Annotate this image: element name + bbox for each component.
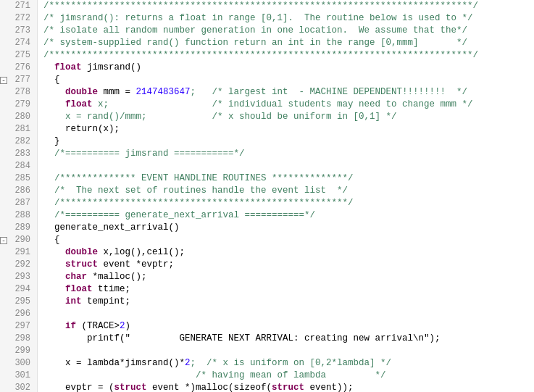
- code-line: 294 float ttime;: [0, 283, 534, 296]
- code-line: 279 float x; /* individual students may …: [0, 99, 534, 111]
- line-number-wrap: 276: [0, 62, 38, 74]
- token: /* jimsrand(): returns a float in range …: [43, 13, 473, 23]
- line-content: generate_next_arrival(): [38, 222, 534, 234]
- line-number: 296: [9, 308, 30, 320]
- token: mmm =: [98, 87, 136, 97]
- token: 2: [185, 358, 191, 368]
- line-number-wrap: 274: [0, 37, 38, 49]
- line-content: /* system-supplied rand() function retur…: [38, 37, 534, 49]
- token: printf(" GENERATE NEXT ARRIVAL: creating…: [43, 333, 441, 343]
- line-number-wrap: 282: [0, 135, 38, 148]
- code-line: 291 double x,log(),ceil();: [0, 246, 534, 259]
- token: ; /* largest int - MACHINE DEPENDENT!!!!…: [191, 87, 468, 97]
- line-content: int tempint;: [38, 296, 534, 308]
- line-content: if (TRACE>2): [38, 320, 534, 333]
- token: {: [43, 75, 60, 85]
- line-number: 298: [9, 333, 30, 345]
- token: event *)malloc(sizeof(: [147, 383, 272, 392]
- code-line: 272/* jimsrand(): returns a float in ran…: [0, 12, 534, 25]
- line-content: /***************************************…: [38, 0, 534, 12]
- token: generate_next_arrival(): [43, 222, 180, 233]
- line-content: /*========== generate_next_arrival =====…: [38, 209, 534, 222]
- code-line: 285 /************** EVENT HANDLINE ROUTI…: [0, 172, 534, 185]
- line-content: struct event *evptr;: [38, 259, 534, 271]
- line-number: 281: [9, 123, 30, 135]
- token: 2: [120, 321, 125, 331]
- code-line: 293 char *malloc();: [0, 271, 534, 283]
- code-line: 287 /***********************************…: [0, 197, 534, 209]
- line-content: {: [38, 234, 534, 246]
- line-number-wrap: 284: [0, 160, 38, 172]
- line-number-wrap: -290: [0, 234, 38, 246]
- line-number: 280: [9, 111, 30, 123]
- code-line: 271/************************************…: [0, 0, 534, 12]
- token: /*========== generate_next_arrival =====…: [43, 210, 315, 220]
- line-number-wrap: 302: [0, 382, 38, 392]
- line-number: 274: [9, 37, 30, 49]
- token: ): [125, 321, 131, 331]
- line-number: 302: [9, 382, 30, 392]
- line-number: 284: [9, 160, 30, 172]
- token: char: [65, 272, 87, 282]
- token: jimsrand(): [82, 62, 142, 72]
- line-number: 293: [9, 271, 30, 283]
- line-content: evptr = (struct event *)malloc(sizeof(st…: [38, 382, 534, 392]
- token: [43, 62, 54, 72]
- token: /***************************************…: [43, 50, 478, 60]
- line-number-wrap: 281: [0, 123, 38, 135]
- code-line: 284: [0, 160, 534, 172]
- token: return(x);: [43, 124, 120, 134]
- line-content: /* The next set of routines handle the e…: [38, 185, 534, 197]
- line-number: 278: [9, 86, 30, 99]
- code-line: 297 if (TRACE>2): [0, 320, 534, 333]
- token: double: [65, 247, 98, 257]
- token: [43, 272, 65, 282]
- token: float: [65, 284, 93, 294]
- code-line: 300 x = lambda*jimsrand()*2; /* x is uni…: [0, 357, 534, 370]
- line-content: double mmm = 2147483647; /* largest int …: [38, 86, 534, 99]
- code-line: 288 /*========== generate_next_arrival =…: [0, 209, 534, 222]
- token: /* system-supplied rand() function retur…: [43, 38, 467, 48]
- line-number: 290: [9, 234, 30, 246]
- line-number-wrap: 273: [0, 25, 38, 37]
- line-number-wrap: 271: [0, 0, 38, 12]
- code-line: 274/* system-supplied rand() function re…: [0, 37, 534, 49]
- code-line: 295 int tempint;: [0, 296, 534, 308]
- code-line: 273/* isolate all random number generati…: [0, 25, 534, 37]
- line-number: 292: [9, 259, 30, 271]
- line-number: 279: [9, 99, 30, 111]
- line-number-wrap: 296: [0, 308, 38, 320]
- code-line: 301 /* having mean of lambda */: [0, 370, 534, 382]
- fold-button[interactable]: -: [0, 77, 7, 84]
- line-number: 294: [9, 283, 30, 296]
- code-line: 278 double mmm = 2147483647; /* largest …: [0, 86, 534, 99]
- line-content: char *malloc();: [38, 271, 534, 283]
- token: /************** EVENT HANDLINE ROUTINES …: [43, 173, 354, 183]
- code-line: 296: [0, 308, 534, 320]
- code-line: 299: [0, 345, 534, 357]
- line-number-wrap: 283: [0, 148, 38, 160]
- code-line: 281 return(x);: [0, 123, 534, 135]
- line-number-wrap: 291: [0, 246, 38, 259]
- line-number-wrap: 300: [0, 357, 38, 370]
- token: /***************************************…: [43, 198, 354, 208]
- token: {: [43, 235, 60, 245]
- line-content: }: [38, 135, 534, 148]
- line-number-wrap: 292: [0, 259, 38, 271]
- line-number: 282: [9, 135, 30, 148]
- token: struct: [114, 383, 147, 392]
- line-content: float x; /* individual students may need…: [38, 99, 534, 111]
- code-line: 275/************************************…: [0, 49, 534, 62]
- fold-button[interactable]: -: [0, 237, 7, 244]
- token: [43, 87, 65, 97]
- token: x; /* individual students may need to ch…: [93, 99, 473, 109]
- line-number-wrap: 297: [0, 320, 38, 333]
- line-number-wrap: 289: [0, 222, 38, 234]
- line-number-wrap: 293: [0, 271, 38, 283]
- token: float: [54, 62, 82, 72]
- code-line: -290 {: [0, 234, 534, 246]
- line-content: /*========== jimsrand ===========*/: [38, 148, 534, 160]
- token: struct: [65, 259, 98, 270]
- token: struct: [272, 383, 304, 392]
- line-number-wrap: 286: [0, 185, 38, 197]
